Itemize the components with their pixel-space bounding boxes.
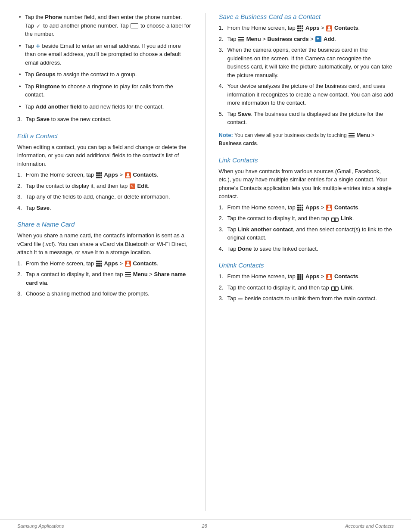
share-namecard-title: Share a Name Card bbox=[17, 221, 193, 228]
list-item: From the Home screen, tap Apps > Contact… bbox=[17, 171, 193, 179]
list-item: Your device analyzes the picture of the … bbox=[219, 82, 394, 107]
edit-contact-section: Edit a Contact When editing a contact, y… bbox=[17, 132, 193, 212]
apps-icon bbox=[297, 205, 303, 211]
save-business-card-title: Save a Business Card as a Contact bbox=[219, 13, 394, 20]
footer-left: Samsung Applications bbox=[17, 523, 64, 529]
list-item: Tap a contact to display it, and then ta… bbox=[17, 270, 193, 287]
list-item: Tap the contact to display it, and then … bbox=[219, 283, 394, 292]
contacts-icon bbox=[125, 172, 131, 178]
save-business-card-section: Save a Business Card as a Contact From t… bbox=[219, 13, 394, 148]
contacts-icon bbox=[326, 205, 332, 211]
link-contacts-title: Link Contacts bbox=[219, 156, 394, 164]
intro-bullets: Tap the Phone number field, and then ent… bbox=[17, 13, 193, 111]
check-icon bbox=[36, 23, 41, 28]
left-column: Tap the Phone number field, and then ent… bbox=[17, 13, 193, 511]
link-icon bbox=[331, 286, 339, 290]
content-area: Tap the Phone number field, and then ent… bbox=[0, 0, 411, 520]
list-item: Tap Groups to assign the contact to a gr… bbox=[17, 70, 193, 79]
apps-icon bbox=[96, 261, 102, 267]
edit-contact-steps: From the Home screen, tap Apps > Contact… bbox=[17, 171, 193, 212]
note-label: Note: bbox=[219, 132, 233, 138]
share-namecard-section: Share a Name Card When you share a name … bbox=[17, 221, 193, 298]
list-item: Tap Save. bbox=[17, 204, 193, 212]
unlink-contacts-steps: From the Home screen, tap Apps > Contact… bbox=[219, 272, 394, 303]
list-item: From the Home screen, tap Apps > Contact… bbox=[219, 272, 394, 281]
unlink-contacts-section: Unlink Contacts From the Home screen, ta… bbox=[219, 261, 394, 303]
bold-ringtone: Ringtone bbox=[36, 83, 60, 90]
right-column: Save a Business Card as a Contact From t… bbox=[219, 13, 394, 511]
note-text: You can view all your business cards by … bbox=[219, 132, 375, 147]
list-item: Tap Save to save the new contact. bbox=[17, 115, 193, 124]
menu-icon bbox=[349, 133, 355, 138]
list-item: Tap the Phone number field, and then ent… bbox=[17, 13, 193, 38]
bold-save: Save bbox=[37, 116, 50, 122]
link-contacts-section: Link Contacts When you have contacts fro… bbox=[219, 156, 394, 253]
footer-right: Accounts and Contacts bbox=[345, 523, 394, 529]
plus-icon: + bbox=[36, 43, 40, 50]
list-item: From the Home screen, tap Apps > Contact… bbox=[17, 259, 193, 268]
box-icon bbox=[131, 23, 138, 28]
share-namecard-steps: From the Home screen, tap Apps > Contact… bbox=[17, 259, 193, 298]
minus-icon bbox=[238, 299, 243, 299]
page: Tap the Phone number field, and then ent… bbox=[0, 0, 411, 532]
list-item: Tap any of the fields to add, change, or… bbox=[17, 193, 193, 201]
list-item: Tap + beside Email to enter an email add… bbox=[17, 42, 193, 67]
list-item: Tap Link another contact, and then selec… bbox=[219, 225, 394, 242]
add-icon bbox=[315, 36, 321, 42]
page-footer: Samsung Applications 28 Accounts and Con… bbox=[0, 520, 411, 532]
edit-icon bbox=[130, 184, 135, 189]
link-contacts-steps: From the Home screen, tap Apps > Contact… bbox=[219, 203, 394, 253]
list-item: Tap Menu > Business cards > Add. bbox=[219, 35, 394, 44]
list-item: Tap Done to save the linked contact. bbox=[219, 245, 394, 253]
unlink-contacts-title: Unlink Contacts bbox=[219, 261, 394, 269]
list-item: When the camera opens, center the busine… bbox=[219, 46, 394, 79]
note-box: Note: You can view all your business car… bbox=[219, 131, 394, 148]
contacts-icon bbox=[326, 25, 332, 31]
list-item: Tap Add another field to add new fields … bbox=[17, 103, 193, 111]
column-divider bbox=[206, 13, 206, 511]
menu-icon bbox=[125, 272, 131, 277]
contacts-icon bbox=[125, 261, 131, 267]
footer-center: 28 bbox=[202, 523, 207, 529]
contacts-icon bbox=[326, 274, 332, 280]
list-item: Choose a sharing method and follow the p… bbox=[17, 289, 193, 298]
list-item: Tap Ringtone to choose a ringtone to pla… bbox=[17, 82, 193, 99]
apps-icon bbox=[96, 172, 102, 178]
apps-icon bbox=[297, 274, 303, 280]
edit-contact-intro: When editing a contact, you can tap a fi… bbox=[17, 143, 193, 168]
share-namecard-intro: When you share a name card, the contact'… bbox=[17, 231, 193, 257]
save-step-list: Tap Save to save the new contact. bbox=[17, 115, 193, 124]
list-item: Tap the contact to display it, and then … bbox=[219, 214, 394, 223]
bold-groups: Groups bbox=[36, 71, 56, 78]
bold-phone: Phone bbox=[45, 14, 62, 20]
list-item: From the Home screen, tap Apps > Contact… bbox=[219, 24, 394, 32]
list-item: From the Home screen, tap Apps > Contact… bbox=[219, 203, 394, 212]
link-icon bbox=[331, 217, 339, 221]
edit-contact-title: Edit a Contact bbox=[17, 132, 193, 140]
list-item: Tap beside contacts to unlink them from … bbox=[219, 294, 394, 303]
save-business-card-steps: From the Home screen, tap Apps > Contact… bbox=[219, 24, 394, 127]
link-contacts-intro: When you have contacts from various sour… bbox=[219, 167, 394, 201]
list-item: Tap Save. The business card is displayed… bbox=[219, 110, 394, 127]
bold-add-field: Add another field bbox=[36, 103, 82, 110]
menu-icon bbox=[238, 37, 244, 42]
apps-icon bbox=[297, 25, 303, 31]
list-item: Tap the contact to display it, and then … bbox=[17, 182, 193, 190]
